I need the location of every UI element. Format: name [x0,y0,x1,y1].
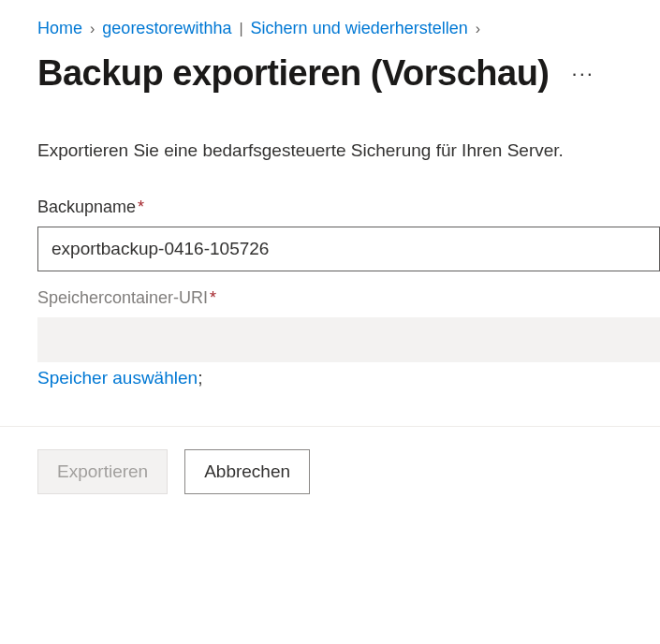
breadcrumb-resource[interactable]: georestorewithha [102,19,231,38]
storage-uri-input [37,317,660,362]
select-storage-link[interactable]: Speicher auswählen [37,368,198,388]
breadcrumb-section[interactable]: Sichern und wiederherstellen [251,19,468,38]
required-asterisk-icon: * [210,288,216,307]
pipe-separator: | [239,21,242,37]
chevron-right-icon: › [90,21,95,37]
backup-name-label: Backupname* [37,198,660,217]
cancel-button[interactable]: Abbrechen [184,449,310,494]
breadcrumb-home[interactable]: Home [37,19,82,38]
page-description: Exportieren Sie eine bedarfsgesteuerte S… [37,139,660,164]
more-actions-button[interactable]: ··· [565,58,602,90]
required-asterisk-icon: * [138,198,144,216]
semicolon-text: ; [198,368,202,388]
storage-uri-label: Speichercontainer-URI* [37,288,660,308]
export-button: Exportieren [37,449,168,494]
backup-name-input[interactable] [37,227,660,271]
action-bar: Exportieren Abbrechen [0,426,660,517]
storage-uri-label-text: Speichercontainer-URI [37,288,208,307]
chevron-right-icon: › [476,21,480,37]
backup-name-label-text: Backupname [37,198,136,216]
breadcrumb: Home › georestorewithha | Sichern und wi… [37,19,660,38]
page-title: Backup exportieren (Vorschau) [37,53,550,94]
